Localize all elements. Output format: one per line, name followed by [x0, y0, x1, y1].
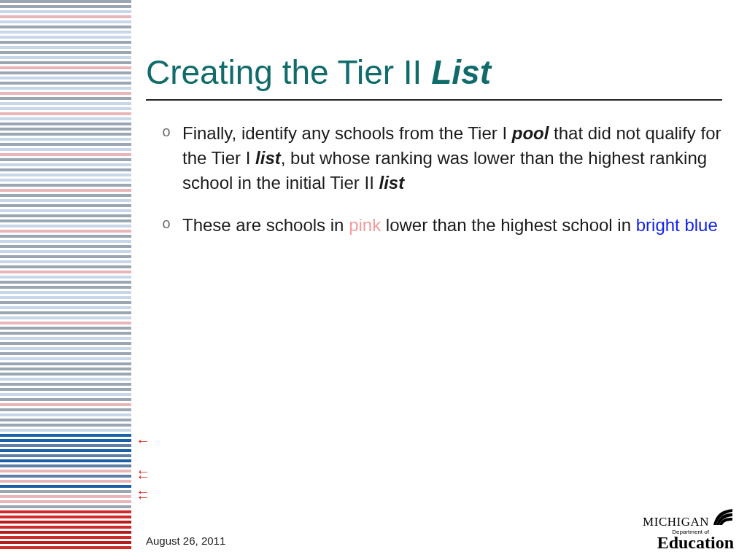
- title-part2: List: [431, 53, 491, 91]
- text-run: bright blue: [636, 215, 718, 235]
- stripe: [0, 97, 131, 100]
- stripe: [0, 454, 131, 457]
- stripe: [0, 230, 131, 233]
- stripe: [0, 368, 131, 370]
- stripe: [0, 82, 131, 85]
- stripe: [0, 51, 131, 54]
- text-run: pool: [512, 123, 549, 143]
- stripe: [0, 490, 131, 493]
- stripe: [0, 107, 131, 110]
- stripe: [0, 393, 131, 396]
- stripe: [0, 362, 131, 365]
- stripe: [0, 56, 131, 59]
- stripe: [0, 434, 131, 437]
- stripe: [0, 281, 131, 284]
- stripe: [0, 128, 131, 131]
- stripe: [0, 378, 131, 381]
- text-run: list: [379, 173, 404, 192]
- stripe: [0, 66, 131, 69]
- stripe: [0, 276, 131, 279]
- stripe: [0, 168, 131, 171]
- stripe: [0, 480, 131, 483]
- pointer-arrow-icon: ←: [136, 493, 150, 500]
- bullet-item: Finally, identify any schools from the T…: [162, 121, 722, 195]
- slide-title: Creating the Tier II List: [146, 52, 722, 92]
- stripe: [0, 286, 131, 289]
- stripe: [0, 41, 131, 44]
- stripe: [0, 5, 131, 8]
- text-run: These are schools in: [182, 215, 349, 235]
- text-run: lower than the highest school in: [381, 215, 636, 235]
- stripe: [0, 429, 131, 432]
- stripe: [0, 541, 131, 544]
- stripe: [0, 296, 131, 299]
- stripe: [0, 199, 131, 202]
- content-area: Creating the Tier II List Finally, ident…: [146, 52, 722, 255]
- stripe: [0, 189, 131, 192]
- title-part1: Creating the Tier II: [146, 53, 431, 91]
- pointer-arrow-icon: ←: [136, 437, 150, 444]
- stripe: [0, 546, 131, 549]
- stripe: [0, 459, 131, 462]
- stripe: [0, 219, 131, 222]
- stripe: [0, 10, 131, 13]
- stripe: [0, 143, 131, 146]
- stripe: [0, 521, 131, 524]
- stripe: [0, 112, 131, 115]
- stripe: [0, 174, 131, 176]
- stripe: [0, 265, 131, 268]
- stripe: [0, 352, 131, 355]
- stripe: [0, 505, 131, 508]
- stripe: [0, 357, 131, 360]
- brand-wave-icon: [712, 508, 734, 528]
- stripe: [0, 475, 131, 478]
- stripe: [0, 122, 131, 125]
- stripe: [0, 71, 131, 74]
- stripe: [0, 92, 131, 95]
- pointer-arrow-icon: ←: [136, 472, 150, 480]
- stripe: [0, 255, 131, 258]
- brand-line1: MICHIGAN: [643, 516, 709, 528]
- stripe: [0, 179, 131, 182]
- bullet-list: Finally, identify any schools from the T…: [146, 121, 722, 238]
- stripe: [0, 500, 131, 503]
- stripe: [0, 373, 131, 376]
- stripe: [0, 87, 131, 90]
- stripe: [0, 158, 131, 161]
- stripe: [0, 322, 131, 324]
- stripe: [0, 495, 131, 498]
- bullet-item: These are schools in pink lower than the…: [162, 213, 722, 238]
- stripe: [0, 536, 131, 539]
- stripe: [0, 449, 131, 452]
- stripe: [0, 516, 131, 518]
- stripe: [0, 15, 131, 18]
- stripe: [0, 398, 131, 401]
- brand-line3: Education: [628, 534, 734, 551]
- stripe: [0, 316, 131, 319]
- stripe: [0, 311, 131, 314]
- stripe: [0, 184, 131, 187]
- stripe: [0, 163, 131, 166]
- stripe: [0, 20, 131, 23]
- stripe: [0, 327, 131, 330]
- stripe: [0, 470, 131, 472]
- stripe: [0, 204, 131, 207]
- stripe: [0, 526, 131, 529]
- text-run: pink: [349, 215, 381, 235]
- stripe: [0, 117, 131, 120]
- stripe: [0, 510, 131, 513]
- stripe: [0, 408, 131, 411]
- stripe: [0, 46, 131, 49]
- stripe: [0, 102, 131, 105]
- stripe: [0, 245, 131, 248]
- stripe: [0, 291, 131, 294]
- stripe: [0, 439, 131, 442]
- stripe: [0, 235, 131, 238]
- stripe: [0, 347, 131, 350]
- stripe: [0, 337, 131, 340]
- stripe: [0, 209, 131, 212]
- stripe: [0, 413, 131, 416]
- text-run: list: [255, 148, 281, 168]
- stripe: [0, 271, 131, 273]
- stripe: [0, 31, 131, 34]
